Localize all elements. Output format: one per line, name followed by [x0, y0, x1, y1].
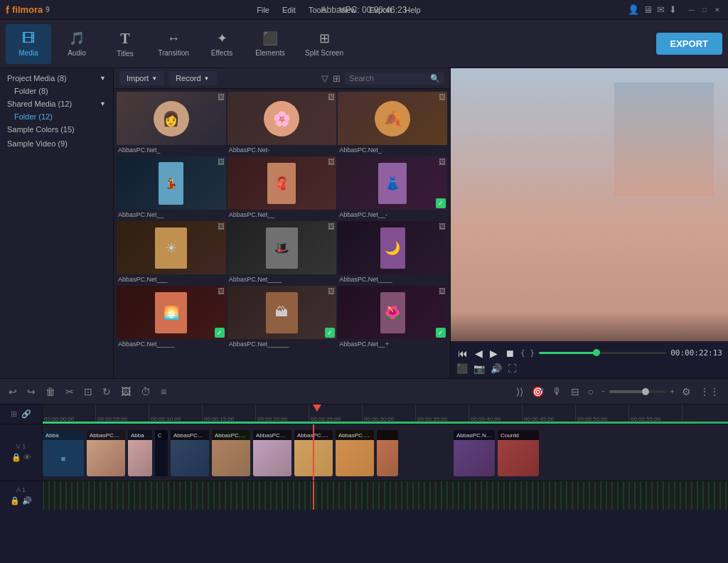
- user-icon[interactable]: 👤: [628, 4, 639, 15]
- menu-edit[interactable]: Edit: [277, 4, 301, 16]
- toolbar-effects[interactable]: ✦ Effects: [199, 24, 245, 64]
- timeline-clip[interactable]: AbbasPCNet...: [87, 430, 125, 476]
- ruler-time: 00:00:40:00: [469, 404, 523, 424]
- preview-zoom-button[interactable]: ⛶: [508, 363, 517, 374]
- link-icon[interactable]: 🔗: [21, 409, 31, 419]
- sidebar-item-project-media[interactable]: Project Media (8) ▼: [0, 71, 113, 85]
- cut-button[interactable]: ✂: [63, 385, 77, 399]
- export-button[interactable]: EXPORT: [656, 33, 722, 55]
- list-item[interactable]: 🏔 🖼 ✓ AbbasPC.Net______: [228, 286, 337, 349]
- grid-view-icon[interactable]: ⊞: [333, 73, 341, 84]
- timeline-clip[interactable]: Abba: [128, 430, 152, 476]
- list-item[interactable]: 🌅 🖼 ✓ AbbasPC.Net_____: [117, 286, 226, 349]
- list-item[interactable]: 🧣 🖼 AbbasPC.Net__: [228, 156, 337, 220]
- adjust-button[interactable]: ≡: [158, 385, 169, 399]
- timeline-clip[interactable]: C: [155, 430, 168, 476]
- timeline-clip[interactable]: [377, 430, 398, 476]
- title-bar: f filmora 9 File Edit Tools View Export …: [0, 0, 728, 20]
- progress-track[interactable]: [539, 352, 666, 354]
- media-type-icon: 🖼: [439, 287, 446, 295]
- list-item[interactable]: 💃 🖼 AbbasPC.Net__: [117, 156, 226, 220]
- mic-button[interactable]: 🎙: [550, 385, 565, 399]
- import-button[interactable]: Import ▼: [119, 71, 164, 85]
- preview-fullscreen-button[interactable]: ⬛: [456, 363, 468, 374]
- delete-clip-button[interactable]: 🗑: [43, 385, 58, 399]
- media-item-label: AbbasPC.Net__+: [338, 339, 447, 349]
- crop-button[interactable]: ⊡: [81, 385, 95, 399]
- record-arrow-icon: ▼: [204, 75, 210, 82]
- track-content-a1[interactable]: [43, 481, 728, 510]
- sidebar-item-sample-colors[interactable]: Sample Colors (15): [0, 122, 113, 136]
- sidebar-item-sample-video[interactable]: Sample Video (9): [0, 136, 113, 151]
- eye-icon[interactable]: 👁: [23, 453, 31, 462]
- media-item-label: AbbasPC.Net_____: [117, 339, 226, 349]
- list-item[interactable]: ☀ 🖼 AbbasPC.Net___: [117, 221, 226, 284]
- more-button[interactable]: ⋮⋮: [697, 385, 722, 399]
- preview-snapshot-button[interactable]: 📷: [473, 363, 485, 374]
- toolbar-titles[interactable]: T Titles: [102, 24, 148, 64]
- filter-icon[interactable]: ▽: [321, 73, 328, 84]
- lock-track-icon[interactable]: 🔒: [11, 453, 21, 462]
- menu-file[interactable]: File: [251, 4, 275, 16]
- zoom-slider[interactable]: [609, 390, 666, 393]
- rotate-button[interactable]: ↻: [100, 385, 114, 399]
- zoom-in-icon[interactable]: ＋: [668, 386, 676, 397]
- add-track-icon[interactable]: ⊞: [11, 409, 17, 419]
- close-button[interactable]: ✕: [712, 5, 722, 15]
- sidebar-shared-media-label: Shared Media (12): [7, 100, 72, 108]
- list-item[interactable]: 👗 🖼 ✓ AbbasPC.Net__-: [338, 156, 447, 220]
- settings-button[interactable]: ⚙: [679, 385, 694, 399]
- list-item[interactable]: 🎩 🖼 AbbasPC.Net____: [228, 221, 337, 284]
- timeline-clip[interactable]: Abba ■: [43, 430, 84, 476]
- ruler-time: 00:00:20:00: [256, 404, 309, 424]
- window-controls: — □ ✕: [687, 5, 722, 15]
- timeline-clip[interactable]: Countd: [498, 430, 539, 476]
- progress-handle[interactable]: [593, 349, 600, 356]
- list-item[interactable]: 🍂 🖼 AbbasPC.Net_: [338, 92, 447, 155]
- zoom-out-icon[interactable]: －: [599, 386, 607, 397]
- timeline-right-controls: ⟩⟩ 🎯 🎙 ⊟ ○ － ＋ ⚙ ⋮⋮: [513, 385, 722, 399]
- timeline-clip[interactable]: AbbasPC.Net...: [454, 430, 495, 476]
- list-item[interactable]: 🌸 🖼 AbbasPC.Net-: [228, 92, 337, 155]
- timeline-clip[interactable]: AbbasPC.Net.: [336, 430, 374, 476]
- toolbar-transition[interactable]: ↔ Transition: [151, 24, 196, 64]
- playhead-audio-line: [313, 481, 314, 510]
- preview-volume-button[interactable]: 🔊: [491, 363, 502, 374]
- magnet-button[interactable]: 🎯: [529, 385, 547, 399]
- sidebar-item-folder-8[interactable]: Folder (8): [0, 85, 113, 97]
- list-item[interactable]: 🌙 🖼 AbbasPC.Net____: [338, 221, 447, 284]
- snapshot-button[interactable]: 🖼: [118, 385, 134, 399]
- skip-back-button[interactable]: ⏮: [456, 346, 469, 360]
- timeline-clip[interactable]: AbbasPC.Net_: [212, 430, 250, 476]
- timeline-clip[interactable]: AbbasPCNet.: [253, 430, 291, 476]
- minimize-button[interactable]: —: [687, 5, 697, 15]
- sidebar-item-folder-12[interactable]: Folder (12): [0, 111, 113, 122]
- pip-button[interactable]: ⊟: [568, 385, 582, 399]
- ripple-button[interactable]: ⟩⟩: [513, 385, 526, 399]
- redo-button[interactable]: ↪: [24, 385, 38, 399]
- undo-button[interactable]: ↩: [6, 385, 20, 399]
- toolbar-elements[interactable]: ⬛ Elements: [247, 24, 293, 64]
- maximize-button[interactable]: □: [700, 5, 710, 15]
- list-item[interactable]: 👩 🖼 AbbasPC.Net_: [117, 92, 226, 155]
- audio-lock-icon[interactable]: 🔒: [10, 496, 20, 505]
- mail-icon[interactable]: ✉: [657, 4, 665, 15]
- search-input[interactable]: [349, 74, 427, 82]
- speed-button[interactable]: ⏱: [138, 385, 154, 399]
- track-content-v1[interactable]: Abba ■ AbbasPCNet... Abba C AbbasPCOn...: [43, 424, 728, 481]
- audio-mute-icon[interactable]: 🔊: [22, 496, 32, 505]
- record-button[interactable]: Record ▼: [168, 71, 216, 85]
- screen-icon[interactable]: 🖥: [643, 4, 653, 15]
- list-item[interactable]: 🌺 🖼 ✓ AbbasPC.Net__+: [338, 286, 447, 349]
- play-backward-button[interactable]: ◀: [473, 346, 484, 360]
- play-button[interactable]: ▶: [488, 346, 499, 360]
- media-type-icon: 🖼: [439, 158, 446, 166]
- sidebar-item-shared-media[interactable]: Shared Media (12) ▼: [0, 97, 113, 111]
- toolbar-audio[interactable]: 🎵 Audio: [54, 24, 100, 64]
- stop-button[interactable]: ⏹: [503, 346, 516, 360]
- toolbar-media[interactable]: 🎞 Media: [6, 24, 51, 64]
- download-icon[interactable]: ⬇: [669, 4, 677, 15]
- motion-button[interactable]: ○: [585, 385, 596, 399]
- toolbar-splitscreen[interactable]: ⊞ Split Screen: [296, 24, 353, 64]
- timeline-clip[interactable]: AbbasPCOn...: [171, 430, 209, 476]
